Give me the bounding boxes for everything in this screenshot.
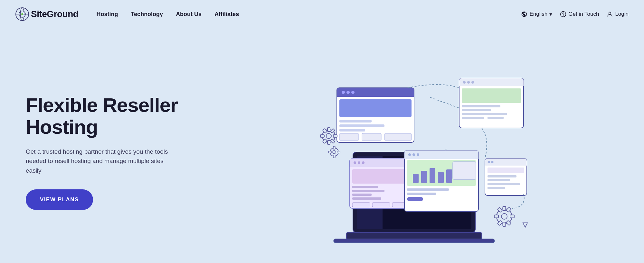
svg-rect-97 xyxy=(488,168,524,173)
login-link[interactable]: Login xyxy=(607,11,629,17)
svg-rect-98 xyxy=(488,175,516,177)
svg-rect-29 xyxy=(320,135,324,137)
svg-rect-22 xyxy=(362,133,381,141)
user-icon xyxy=(607,11,613,17)
svg-rect-38 xyxy=(337,151,340,153)
svg-rect-50 xyxy=(462,117,484,119)
svg-rect-69 xyxy=(352,194,372,196)
svg-point-65 xyxy=(362,161,365,164)
svg-rect-83 xyxy=(430,168,435,183)
nav-links: Hosting Technology About Us Affiliates xyxy=(91,8,521,20)
svg-point-25 xyxy=(326,133,331,139)
hero-title: Flexible Reseller Hosting xyxy=(26,94,193,138)
get-in-touch-link[interactable]: Get in Touch xyxy=(560,11,599,17)
hero-subtitle: Get a trusted hosting partner that gives… xyxy=(26,147,180,175)
svg-rect-18 xyxy=(339,120,372,122)
nav-technology[interactable]: Technology xyxy=(126,8,168,20)
nav-right: English ▾ Get in Touch Login xyxy=(521,11,629,18)
svg-rect-49 xyxy=(462,113,507,115)
svg-rect-76 xyxy=(404,155,478,159)
nav-hosting[interactable]: Hosting xyxy=(91,8,123,20)
svg-rect-72 xyxy=(372,203,390,207)
reseller-hosting-illustration xyxy=(311,59,530,245)
svg-point-44 xyxy=(467,81,470,84)
svg-rect-81 xyxy=(413,174,419,183)
svg-point-7 xyxy=(609,12,611,14)
svg-point-35 xyxy=(333,150,336,154)
svg-rect-71 xyxy=(352,203,370,207)
svg-rect-28 xyxy=(333,135,337,137)
svg-rect-46 xyxy=(462,88,521,103)
get-in-touch-label: Get in Touch xyxy=(568,11,599,17)
svg-point-95 xyxy=(488,161,490,163)
svg-rect-39 xyxy=(328,151,331,153)
chevron-down-icon: ▾ xyxy=(549,11,552,18)
svg-rect-94 xyxy=(485,162,527,166)
svg-rect-23 xyxy=(384,133,412,141)
svg-rect-86 xyxy=(407,188,449,191)
svg-rect-47 xyxy=(462,105,500,107)
svg-rect-51 xyxy=(488,117,504,119)
svg-rect-85 xyxy=(446,169,452,183)
svg-rect-19 xyxy=(339,124,384,127)
logo-icon xyxy=(15,7,29,21)
nav-about-us[interactable]: About Us xyxy=(171,8,207,20)
svg-point-64 xyxy=(358,161,360,164)
view-plans-button[interactable]: VIEW PLANS xyxy=(26,189,93,210)
svg-rect-26 xyxy=(327,128,330,132)
svg-rect-82 xyxy=(421,171,427,183)
language-label: English xyxy=(529,11,547,17)
svg-rect-90 xyxy=(346,232,482,240)
svg-rect-101 xyxy=(488,187,505,189)
svg-point-14 xyxy=(342,91,345,94)
logo-link[interactable]: SiteGround xyxy=(15,7,78,21)
svg-point-78 xyxy=(412,153,415,156)
login-label: Login xyxy=(615,11,629,17)
hero-section: Flexible Reseller Hosting Get a trusted … xyxy=(0,28,644,263)
svg-rect-106 xyxy=(510,215,514,218)
svg-point-103 xyxy=(501,213,507,219)
svg-rect-17 xyxy=(339,99,412,117)
svg-rect-87 xyxy=(407,193,436,195)
svg-rect-20 xyxy=(339,129,365,132)
svg-point-63 xyxy=(354,161,356,164)
translate-icon xyxy=(521,11,527,17)
help-circle-icon xyxy=(560,11,566,17)
svg-marker-112 xyxy=(523,223,527,227)
svg-rect-68 xyxy=(352,190,384,192)
svg-rect-27 xyxy=(327,141,330,144)
nav-affiliates[interactable]: Affiliates xyxy=(209,8,244,20)
svg-rect-105 xyxy=(503,222,506,226)
svg-rect-48 xyxy=(462,109,491,111)
svg-rect-100 xyxy=(488,183,520,185)
svg-rect-107 xyxy=(494,215,498,218)
svg-point-79 xyxy=(417,153,419,156)
svg-point-45 xyxy=(471,81,474,84)
svg-point-77 xyxy=(408,153,411,156)
language-selector[interactable]: English ▾ xyxy=(521,11,552,18)
svg-rect-37 xyxy=(333,155,335,158)
svg-point-15 xyxy=(346,91,350,94)
svg-rect-104 xyxy=(503,206,506,211)
logo-text: SiteGround xyxy=(31,9,78,19)
hero-illustration xyxy=(213,43,629,261)
svg-point-4 xyxy=(21,13,23,15)
svg-point-96 xyxy=(491,161,494,163)
svg-rect-21 xyxy=(339,133,359,141)
svg-rect-66 xyxy=(352,169,412,184)
svg-rect-70 xyxy=(352,197,381,200)
hero-content: Flexible Reseller Hosting Get a trusted … xyxy=(26,94,193,210)
svg-rect-67 xyxy=(352,186,378,188)
svg-rect-84 xyxy=(438,172,444,183)
navbar: SiteGround Hosting Technology About Us A… xyxy=(0,0,644,28)
svg-point-43 xyxy=(463,81,466,84)
svg-rect-91 xyxy=(334,239,495,243)
svg-rect-99 xyxy=(488,179,510,181)
svg-rect-36 xyxy=(333,146,335,149)
svg-rect-89 xyxy=(453,162,476,179)
svg-point-6 xyxy=(563,15,564,16)
svg-point-16 xyxy=(351,91,355,94)
svg-rect-88 xyxy=(407,197,423,201)
